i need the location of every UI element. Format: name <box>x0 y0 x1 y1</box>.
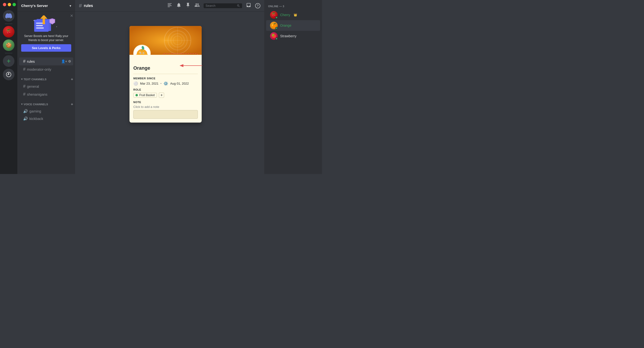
role-badge: Fruit Basket <box>133 93 157 98</box>
member-avatar-cherry: 🍒 <box>270 11 278 19</box>
server-icon-cherry-server[interactable]: 🍒 <box>3 26 14 37</box>
svg-text:✦: ✦ <box>35 27 36 29</box>
svg-point-23 <box>140 53 141 54</box>
server-icon-add-server[interactable]: + <box>3 55 14 67</box>
member-item-cherry[interactable]: 🍒 Cherry 👑 <box>266 10 320 20</box>
voice-channel-gaming: gaming <box>29 109 41 113</box>
close-button[interactable] <box>3 3 6 6</box>
voice-item-gaming[interactable]: 🔊 gaming <box>19 107 73 115</box>
server-name: Cherry's Server <box>21 3 48 8</box>
profile-avatar-container <box>133 45 151 55</box>
server-icons-sidebar: 🍒 🍪 + <box>0 0 17 174</box>
category-add-voice-icon[interactable]: + <box>71 102 73 106</box>
hash-icon: # <box>23 67 26 72</box>
channel-name-rules: rules <box>27 59 35 63</box>
help-icon[interactable]: ? <box>255 3 260 8</box>
profile-divider <box>133 74 198 74</box>
profile-avatar <box>133 45 151 55</box>
category-left-voice: ▾ VOICE CHANNELS <box>21 103 48 106</box>
minimize-button[interactable] <box>8 3 11 6</box>
search-input[interactable] <box>206 4 235 7</box>
discord-logo-icon: ⚪ <box>133 81 138 86</box>
chat-area: ⚔️ 🛡️ 🔄 🔮 ◄ Orange MEMBER SINCE ⚪ Mar 23… <box>75 11 264 174</box>
category-header-voice-channels[interactable]: ▾ VOICE CHANNELS + <box>17 98 75 107</box>
member-item-strawberry[interactable]: 🍓 Strawberry <box>266 31 320 41</box>
member-section-online-header: ONLINE — 3 <box>264 4 322 9</box>
category-chevron-icon: ▾ <box>21 78 22 81</box>
channel-name-moderator: moderator-only <box>27 67 51 71</box>
note-placeholder-text[interactable]: Click to add a note <box>133 105 198 109</box>
threads-icon[interactable] <box>167 2 172 9</box>
member-item-orange[interactable]: 🍊 Orange <box>266 20 320 31</box>
channel-header: # rules <box>75 0 264 11</box>
settings-icon[interactable]: ⚙ <box>68 59 71 63</box>
separator-dot: • <box>160 82 162 85</box>
svg-text:✦: ✦ <box>56 26 58 28</box>
category-left: ▾ TEXT CHANNELS <box>21 78 46 81</box>
header-icons: ? <box>167 2 260 9</box>
server-icon-discord-home[interactable] <box>3 10 14 22</box>
search-icon <box>237 4 240 8</box>
maximize-button[interactable] <box>12 3 16 6</box>
member-name-strawberry: Strawberry <box>280 34 296 38</box>
category-header-text-channels[interactable]: ▾ TEXT CHANNELS + <box>17 73 75 82</box>
boost-text: Server Boosts are here! Rally your frien… <box>21 34 71 42</box>
orange-character-svg <box>134 46 150 55</box>
pin-icon[interactable] <box>185 2 190 9</box>
profile-banner: ⚔️ 🛡️ 🔄 🔮 ◄ <box>130 26 202 55</box>
main-content: # rules <box>75 0 264 174</box>
member-name-cherry: Cherry <box>280 13 290 17</box>
note-label: NOTE <box>133 101 198 104</box>
server-icon-discover[interactable] <box>3 69 14 80</box>
hash-icon: # <box>23 84 26 89</box>
member-status-orange <box>275 27 278 29</box>
server-join-icon: ⚙️ <box>164 81 168 86</box>
hash-icon: # <box>23 59 26 64</box>
boost-banner-close-button[interactable]: ✕ <box>70 13 73 18</box>
role-add-button[interactable]: + <box>159 93 164 98</box>
channel-item-general[interactable]: # general <box>19 82 73 90</box>
svg-text:✦: ✦ <box>33 19 35 22</box>
channel-name-general: general <box>27 84 39 88</box>
member-avatar-strawberry: 🍓 <box>270 32 278 40</box>
channel-item-moderator-only[interactable]: # moderator-only <box>19 65 73 73</box>
role-section: ROLE Fruit Basket + <box>133 88 198 98</box>
role-name: Fruit Basket <box>139 93 155 97</box>
channel-header-hash-icon: # <box>79 3 82 9</box>
search-bar[interactable] <box>204 3 242 8</box>
crown-icon-cherry: 👑 <box>294 13 297 16</box>
inbox-icon[interactable] <box>246 2 251 9</box>
svg-rect-10 <box>168 4 171 5</box>
voice-item-kickback[interactable]: 🔊 kickback <box>19 115 73 122</box>
note-section: NOTE Click to add a note <box>133 101 198 119</box>
category-add-channel-icon[interactable]: + <box>71 77 73 81</box>
member-name-orange: Orange <box>280 23 292 27</box>
channel-item-actions: 👤+ ⚙ <box>61 59 71 63</box>
svg-rect-12 <box>168 6 170 7</box>
svg-rect-11 <box>168 5 172 6</box>
member-avatar-orange: 🍊 <box>270 22 278 29</box>
channel-item-rules[interactable]: # rules 👤+ ⚙ <box>19 57 73 65</box>
speaker-icon: 🔊 <box>23 109 28 113</box>
server-header[interactable]: Cherry's Server ▾ <box>17 0 75 11</box>
server-join-date: Aug 01, 2022 <box>170 82 189 85</box>
notification-icon[interactable] <box>176 2 182 9</box>
profile-badges-area: ⚔️ 🛡️ 🔄 🔮 ◄ <box>163 53 198 55</box>
voice-channel-kickback: kickback <box>29 117 43 121</box>
member-status-strawberry <box>275 37 278 40</box>
channel-sidebar: Cherry's Server ▾ ✕ ✦ ✦ <box>17 0 75 174</box>
category-name-voice: VOICE CHANNELS <box>24 103 48 106</box>
red-arrow-annotation <box>176 60 204 72</box>
members-icon[interactable] <box>194 2 200 9</box>
note-input[interactable] <box>133 110 198 119</box>
boost-button[interactable]: See Levels & Perks <box>21 44 71 52</box>
channel-item-shenanigans[interactable]: # shenanigans <box>19 90 73 98</box>
category-chevron-icon-voice: ▾ <box>21 103 22 106</box>
add-member-icon[interactable]: 👤+ <box>61 59 67 63</box>
member-status-cherry <box>275 16 278 19</box>
discord-join-date: Mar 23, 2021 <box>140 82 158 85</box>
svg-rect-9 <box>168 3 172 4</box>
server-icon-cookie-server[interactable]: 🍪 <box>3 39 14 51</box>
member-list: ONLINE — 3 🍒 Cherry 👑 🍊 Orange 🍓 Strawbe… <box>264 0 322 174</box>
boost-banner: ✕ ✦ ✦ ✦ Server Boosts ar <box>17 11 75 55</box>
